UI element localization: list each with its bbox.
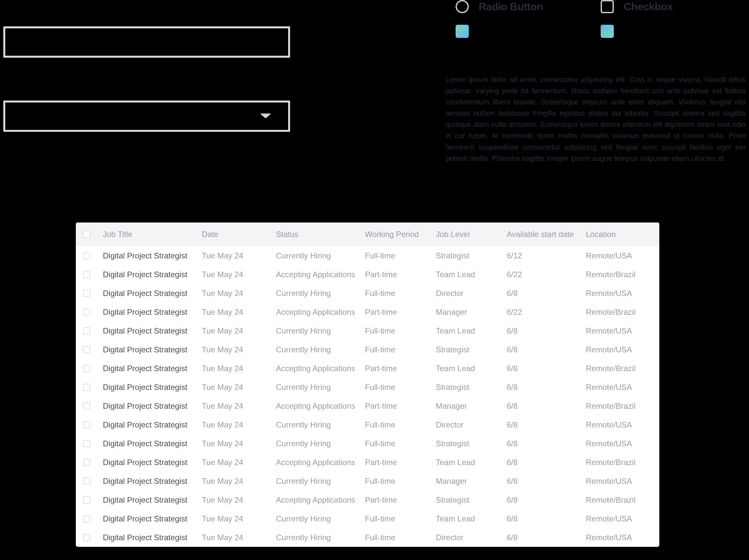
- table-row[interactable]: Digital Project StrategistTue May 24Curr…: [76, 246, 659, 265]
- table-body: Digital Project StrategistTue May 24Curr…: [76, 246, 659, 547]
- cell-location: Remote/Brazil: [586, 270, 652, 279]
- cell-status: Currently Hiring: [276, 533, 365, 542]
- table-row[interactable]: Digital Project StrategistTue May 24Curr…: [76, 415, 659, 434]
- table-row[interactable]: Digital Project StrategistTue May 24Acce…: [76, 396, 659, 415]
- cell-date: Tue May 24: [202, 402, 276, 411]
- row-checkbox[interactable]: [83, 308, 90, 316]
- row-checkbox[interactable]: [83, 440, 90, 447]
- cell-location: Remote/Brazil: [586, 307, 652, 317]
- table-row[interactable]: Digital Project StrategistTue May 24Acce…: [76, 491, 659, 509]
- cell-job-level: Strategist: [436, 383, 507, 392]
- table-row[interactable]: Digital Project StrategistTue May 24Curr…: [76, 434, 659, 453]
- row-checkbox[interactable]: [83, 403, 90, 410]
- cell-working-period: Full-time: [365, 420, 436, 429]
- header-working-period[interactable]: Working Period: [365, 230, 436, 239]
- header-job-level[interactable]: Job Level: [436, 230, 507, 239]
- header-job-title[interactable]: Job Title: [103, 230, 202, 239]
- row-checkbox[interactable]: [83, 365, 90, 372]
- cell-working-period: Part-time: [365, 364, 436, 373]
- cell-working-period: Part-time: [365, 270, 436, 279]
- row-checkbox[interactable]: [83, 290, 90, 297]
- cell-date: Tue May 24: [202, 364, 276, 373]
- cell-job-level: Director: [436, 289, 507, 298]
- description-text: Lorem ipsum dolor sit amet, consectetur …: [446, 74, 746, 164]
- cell-status: Currently Hiring: [276, 514, 365, 523]
- table-row[interactable]: Digital Project StrategistTue May 24Curr…: [76, 378, 659, 396]
- row-checkbox[interactable]: [83, 478, 90, 485]
- cell-date: Tue May 24: [202, 289, 276, 298]
- table-row[interactable]: Digital Project StrategistTue May 24Curr…: [76, 321, 659, 340]
- row-checkbox[interactable]: [83, 496, 90, 504]
- header-available-start[interactable]: Available start date: [507, 230, 586, 239]
- cell-location: Remote/Brazil: [586, 495, 652, 504]
- row-checkbox[interactable]: [83, 534, 90, 541]
- cell-location: Remote/USA: [586, 326, 652, 336]
- select-all-checkbox[interactable]: [83, 231, 90, 238]
- cell-status: Currently Hiring: [276, 439, 365, 448]
- table-row[interactable]: Digital Project StrategistTue May 24Acce…: [76, 359, 659, 378]
- cell-job-level: Manager: [436, 307, 507, 317]
- table-row[interactable]: Digital Project StrategistTue May 24Curr…: [76, 472, 659, 491]
- cell-job-title: Digital Project Strategist: [103, 251, 202, 260]
- palette-checkbox[interactable]: Checkbox: [601, 0, 746, 13]
- cell-job-level: Team Lead: [436, 514, 507, 523]
- row-checkbox[interactable]: [83, 384, 90, 391]
- cell-working-period: Full-time: [365, 514, 436, 523]
- row-checkbox[interactable]: [83, 459, 90, 466]
- cell-available-start: 6/12: [507, 251, 586, 260]
- cell-working-period: Full-time: [365, 383, 436, 392]
- checkbox-icon: [601, 0, 614, 13]
- cell-available-start: 6/8: [507, 477, 586, 486]
- cell-available-start: 6/8: [507, 326, 586, 336]
- cell-working-period: Part-time: [365, 458, 436, 467]
- cell-working-period: Full-time: [365, 251, 436, 260]
- cell-status: Accepting Applications: [276, 495, 365, 504]
- cell-status: Currently Hiring: [276, 477, 365, 486]
- cell-available-start: 6/22: [507, 307, 586, 317]
- table-row[interactable]: Digital Project StrategistTue May 24Acce…: [76, 453, 659, 472]
- cell-date: Tue May 24: [202, 307, 276, 317]
- cell-status: Currently Hiring: [276, 251, 365, 260]
- cell-job-title: Digital Project Strategist: [103, 383, 202, 392]
- cell-job-level: Strategist: [436, 439, 507, 448]
- cell-job-title: Digital Project Strategist: [103, 533, 202, 542]
- text-input[interactable]: [3, 26, 290, 58]
- header-location[interactable]: Location: [586, 230, 652, 239]
- table-row[interactable]: Digital Project StrategistTue May 24Acce…: [76, 265, 659, 284]
- cell-date: Tue May 24: [202, 533, 276, 542]
- cell-location: Remote/USA: [586, 383, 652, 392]
- cell-available-start: 6/8: [507, 402, 586, 411]
- row-checkbox[interactable]: [83, 327, 90, 335]
- row-checkbox[interactable]: [83, 515, 90, 522]
- cell-job-title: Digital Project Strategist: [103, 270, 202, 279]
- cell-job-title: Digital Project Strategist: [103, 458, 202, 467]
- cell-available-start: 6/8: [507, 383, 586, 392]
- table-row[interactable]: Digital Project StrategistTue May 24Curr…: [76, 528, 659, 547]
- table-header: Job Title Date Status Working Period Job…: [76, 222, 659, 246]
- cell-available-start: 6/8: [507, 420, 586, 429]
- palette-swatch-a[interactable]: [456, 25, 601, 38]
- cell-job-level: Strategist: [436, 345, 507, 354]
- cell-status: Accepting Applications: [276, 364, 365, 373]
- cell-location: Remote/Brazil: [586, 458, 652, 467]
- cell-job-level: Manager: [436, 477, 507, 486]
- cell-available-start: 6/8: [507, 289, 586, 298]
- cell-status: Currently Hiring: [276, 345, 365, 354]
- row-checkbox[interactable]: [83, 252, 90, 259]
- table-row[interactable]: Digital Project StrategistTue May 24Acce…: [76, 303, 659, 321]
- row-checkbox[interactable]: [83, 421, 90, 429]
- table-row[interactable]: Digital Project StrategistTue May 24Curr…: [76, 340, 659, 359]
- header-date[interactable]: Date: [202, 230, 276, 239]
- select-dropdown[interactable]: [3, 101, 290, 132]
- table-row[interactable]: Digital Project StrategistTue May 24Curr…: [76, 284, 659, 303]
- cell-available-start: 6/22: [507, 270, 586, 279]
- cell-date: Tue May 24: [202, 345, 276, 354]
- header-status[interactable]: Status: [276, 230, 365, 239]
- row-checkbox[interactable]: [83, 271, 90, 278]
- palette-radio[interactable]: Radio Button: [456, 0, 601, 13]
- table-row[interactable]: Digital Project StrategistTue May 24Curr…: [76, 509, 659, 528]
- cell-date: Tue May 24: [202, 383, 276, 392]
- palette-swatch-b[interactable]: [601, 25, 746, 38]
- cell-working-period: Full-time: [365, 326, 436, 336]
- row-checkbox[interactable]: [83, 346, 90, 353]
